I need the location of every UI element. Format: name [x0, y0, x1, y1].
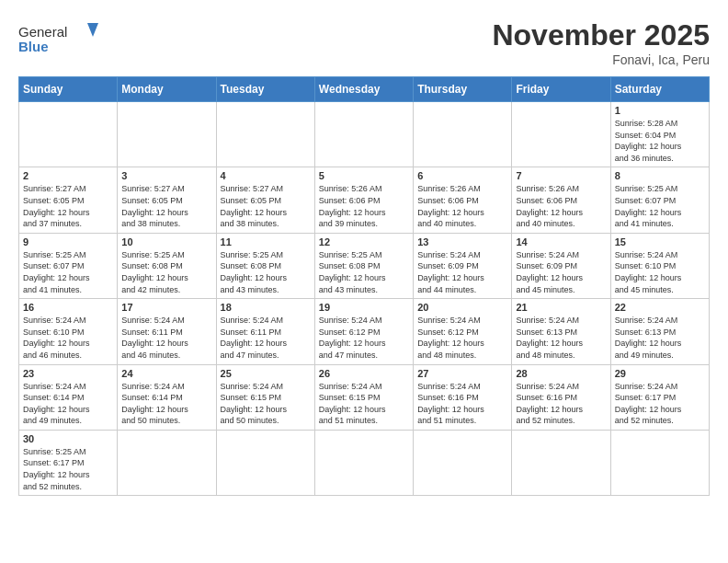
calendar-cell: [610, 430, 709, 495]
calendar-cell: [118, 430, 216, 495]
day-info: Sunrise: 5:25 AM Sunset: 6:08 PM Dayligh…: [121, 249, 211, 295]
day-number: 1: [615, 105, 705, 116]
day-number: 11: [221, 236, 311, 247]
day-info: Sunrise: 5:24 AM Sunset: 6:16 PM Dayligh…: [417, 381, 507, 427]
calendar-cell: 4Sunrise: 5:27 AM Sunset: 6:05 PM Daylig…: [216, 167, 314, 233]
calendar-week-row: 16Sunrise: 5:24 AM Sunset: 6:10 PM Dayli…: [19, 299, 710, 364]
calendar-table: Sunday Monday Tuesday Wednesday Thursday…: [18, 76, 710, 496]
day-info: Sunrise: 5:24 AM Sunset: 6:11 PM Dayligh…: [221, 315, 311, 361]
day-info: Sunrise: 5:25 AM Sunset: 6:17 PM Dayligh…: [23, 446, 113, 492]
calendar-cell: 27Sunrise: 5:24 AM Sunset: 6:16 PM Dayli…: [414, 364, 512, 430]
day-info: Sunrise: 5:24 AM Sunset: 6:10 PM Dayligh…: [23, 315, 113, 361]
calendar-cell: [314, 102, 413, 167]
day-number: 7: [516, 170, 606, 181]
calendar-week-row: 23Sunrise: 5:24 AM Sunset: 6:14 PM Dayli…: [19, 364, 710, 430]
day-info: Sunrise: 5:27 AM Sunset: 6:05 PM Dayligh…: [23, 183, 113, 229]
logo-svg: General Blue: [18, 18, 101, 55]
day-number: 8: [615, 170, 705, 181]
day-number: 22: [615, 302, 705, 313]
calendar-cell: 10Sunrise: 5:25 AM Sunset: 6:08 PM Dayli…: [118, 233, 216, 298]
calendar-cell: 30Sunrise: 5:25 AM Sunset: 6:17 PM Dayli…: [19, 430, 118, 495]
calendar-cell: 19Sunrise: 5:24 AM Sunset: 6:12 PM Dayli…: [314, 299, 413, 364]
calendar-cell: 15Sunrise: 5:24 AM Sunset: 6:10 PM Dayli…: [610, 233, 709, 298]
calendar-cell: [512, 102, 610, 167]
calendar-cell: [314, 430, 413, 495]
day-info: Sunrise: 5:25 AM Sunset: 6:07 PM Dayligh…: [23, 249, 113, 295]
day-info: Sunrise: 5:27 AM Sunset: 6:05 PM Dayligh…: [121, 183, 211, 229]
calendar-week-row: 2Sunrise: 5:27 AM Sunset: 6:05 PM Daylig…: [19, 167, 710, 233]
title-block: November 2025 Fonavi, Ica, Peru: [492, 18, 710, 67]
day-info: Sunrise: 5:24 AM Sunset: 6:10 PM Dayligh…: [615, 249, 705, 295]
calendar-cell: 11Sunrise: 5:25 AM Sunset: 6:08 PM Dayli…: [216, 233, 314, 298]
col-wednesday: Wednesday: [314, 77, 413, 102]
day-number: 25: [221, 368, 311, 379]
day-number: 24: [121, 368, 211, 379]
day-info: Sunrise: 5:24 AM Sunset: 6:17 PM Dayligh…: [615, 381, 705, 427]
calendar-cell: 6Sunrise: 5:26 AM Sunset: 6:06 PM Daylig…: [414, 167, 512, 233]
day-info: Sunrise: 5:24 AM Sunset: 6:12 PM Dayligh…: [319, 315, 409, 361]
calendar-cell: [216, 102, 314, 167]
calendar-cell: 7Sunrise: 5:26 AM Sunset: 6:06 PM Daylig…: [512, 167, 610, 233]
calendar-cell: 17Sunrise: 5:24 AM Sunset: 6:11 PM Dayli…: [118, 299, 216, 364]
col-monday: Monday: [118, 77, 216, 102]
logo: General Blue: [18, 18, 101, 55]
day-info: Sunrise: 5:24 AM Sunset: 6:09 PM Dayligh…: [417, 249, 507, 295]
day-number: 4: [221, 170, 311, 181]
col-thursday: Thursday: [414, 77, 512, 102]
calendar-cell: 21Sunrise: 5:24 AM Sunset: 6:13 PM Dayli…: [512, 299, 610, 364]
day-info: Sunrise: 5:25 AM Sunset: 6:07 PM Dayligh…: [615, 183, 705, 229]
calendar-cell: [118, 102, 216, 167]
day-info: Sunrise: 5:25 AM Sunset: 6:08 PM Dayligh…: [319, 249, 409, 295]
calendar-cell: 23Sunrise: 5:24 AM Sunset: 6:14 PM Dayli…: [19, 364, 118, 430]
calendar-cell: 8Sunrise: 5:25 AM Sunset: 6:07 PM Daylig…: [610, 167, 709, 233]
day-info: Sunrise: 5:24 AM Sunset: 6:11 PM Dayligh…: [121, 315, 211, 361]
day-number: 6: [417, 170, 507, 181]
calendar-cell: 29Sunrise: 5:24 AM Sunset: 6:17 PM Dayli…: [610, 364, 709, 430]
day-number: 17: [121, 302, 211, 313]
col-friday: Friday: [512, 77, 610, 102]
calendar-week-row: 9Sunrise: 5:25 AM Sunset: 6:07 PM Daylig…: [19, 233, 710, 298]
day-info: Sunrise: 5:24 AM Sunset: 6:16 PM Dayligh…: [516, 381, 606, 427]
location: Fonavi, Ica, Peru: [492, 52, 710, 67]
day-number: 9: [23, 236, 113, 247]
day-info: Sunrise: 5:26 AM Sunset: 6:06 PM Dayligh…: [417, 183, 507, 229]
calendar-week-row: 30Sunrise: 5:25 AM Sunset: 6:17 PM Dayli…: [19, 430, 710, 495]
calendar-cell: 3Sunrise: 5:27 AM Sunset: 6:05 PM Daylig…: [118, 167, 216, 233]
day-number: 18: [221, 302, 311, 313]
day-info: Sunrise: 5:24 AM Sunset: 6:12 PM Dayligh…: [417, 315, 507, 361]
day-info: Sunrise: 5:24 AM Sunset: 6:13 PM Dayligh…: [615, 315, 705, 361]
day-info: Sunrise: 5:24 AM Sunset: 6:15 PM Dayligh…: [319, 381, 409, 427]
calendar-cell: 1Sunrise: 5:28 AM Sunset: 6:04 PM Daylig…: [610, 102, 709, 167]
calendar-cell: [414, 102, 512, 167]
day-info: Sunrise: 5:24 AM Sunset: 6:14 PM Dayligh…: [23, 381, 113, 427]
col-sunday: Sunday: [19, 77, 118, 102]
calendar-cell: 16Sunrise: 5:24 AM Sunset: 6:10 PM Dayli…: [19, 299, 118, 364]
col-tuesday: Tuesday: [216, 77, 314, 102]
calendar-week-row: 1Sunrise: 5:28 AM Sunset: 6:04 PM Daylig…: [19, 102, 710, 167]
day-number: 20: [417, 302, 507, 313]
day-number: 21: [516, 302, 606, 313]
calendar-cell: 18Sunrise: 5:24 AM Sunset: 6:11 PM Dayli…: [216, 299, 314, 364]
day-number: 12: [319, 236, 409, 247]
day-number: 2: [23, 170, 113, 181]
day-info: Sunrise: 5:26 AM Sunset: 6:06 PM Dayligh…: [516, 183, 606, 229]
calendar-cell: 12Sunrise: 5:25 AM Sunset: 6:08 PM Dayli…: [314, 233, 413, 298]
calendar-cell: 20Sunrise: 5:24 AM Sunset: 6:12 PM Dayli…: [414, 299, 512, 364]
calendar-cell: 14Sunrise: 5:24 AM Sunset: 6:09 PM Dayli…: [512, 233, 610, 298]
day-number: 23: [23, 368, 113, 379]
day-number: 27: [417, 368, 507, 379]
calendar-cell: [414, 430, 512, 495]
day-info: Sunrise: 5:28 AM Sunset: 6:04 PM Dayligh…: [615, 118, 705, 164]
calendar-header-row: Sunday Monday Tuesday Wednesday Thursday…: [19, 77, 710, 102]
svg-text:Blue: Blue: [18, 39, 49, 54]
calendar-cell: 28Sunrise: 5:24 AM Sunset: 6:16 PM Dayli…: [512, 364, 610, 430]
calendar-cell: 5Sunrise: 5:26 AM Sunset: 6:06 PM Daylig…: [314, 167, 413, 233]
day-number: 14: [516, 236, 606, 247]
day-number: 19: [319, 302, 409, 313]
day-number: 16: [23, 302, 113, 313]
calendar-cell: [512, 430, 610, 495]
day-number: 26: [319, 368, 409, 379]
day-number: 10: [121, 236, 211, 247]
calendar-cell: 13Sunrise: 5:24 AM Sunset: 6:09 PM Dayli…: [414, 233, 512, 298]
day-info: Sunrise: 5:26 AM Sunset: 6:06 PM Dayligh…: [319, 183, 409, 229]
